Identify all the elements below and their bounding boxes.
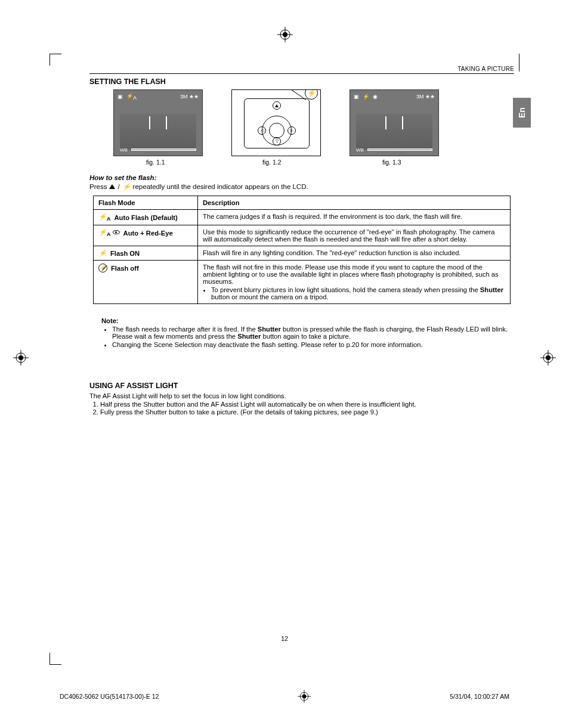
note-item: The flash needs to recharge after it is … (112, 326, 510, 340)
flash-auto-redeye-icon: ⚡A (98, 228, 120, 237)
left-button-icon: ◁ (258, 126, 266, 135)
press-suffix-text: repeatedly until the desired indicator a… (133, 183, 308, 190)
mode-description-bullet: To prevent blurry pictures in low light … (211, 286, 505, 301)
mode-description: The flash will not fire in this mode. Pl… (198, 261, 511, 304)
exposure-bar (131, 148, 196, 151)
flash-auto-icon: ⚡A (126, 93, 137, 101)
lcd-preview-thumbnail: ▣ ⚡ ◉ 3M ★★ WB (350, 89, 439, 156)
note-label: Note: (101, 317, 510, 324)
focus-frame-icon (385, 116, 403, 129)
crop-mark-top-left (50, 54, 61, 66)
registration-mark-left (13, 350, 29, 365)
table-header-desc: Description (198, 196, 511, 210)
print-footer: DC4062-5062 UG(514173-00)-E 12 5/31/04, … (60, 689, 509, 704)
wb-label: WB (356, 147, 364, 153)
figure-caption: fig. 1.1 (113, 159, 203, 166)
press-instruction: Press / ⚡ repeatedly until the desired i… (89, 182, 514, 191)
mode-name: Auto + Red-Eye (123, 230, 173, 237)
section-title-af: USING AF ASSIST LIGHT (89, 382, 514, 390)
flash-on-icon: ⚡ (363, 94, 369, 100)
language-tab: En (513, 98, 531, 128)
camera-back-diagram: ⚡ ◁ ▷ ▽ (231, 89, 321, 156)
table-row: ⚡ Flash ON Flash will fire in any lighti… (94, 246, 511, 261)
down-button-icon: ▽ (273, 137, 281, 145)
af-steps-list: Half press the Shutter button and the AF… (89, 401, 514, 416)
mode-description: The camera judges if a flash is required… (198, 210, 511, 225)
focus-frame-icon (149, 116, 167, 129)
list-item: Half press the Shutter button and the AF… (100, 401, 514, 408)
mode-name: Auto Flash (Default) (115, 214, 178, 221)
quality-indicator: 3M ★★ (416, 94, 435, 100)
figure-caption: fig. 1.2 (231, 159, 321, 166)
list-item: Fully press the Shutter button to take a… (100, 408, 514, 416)
page-number: 12 (0, 635, 569, 642)
page-content: TAKING A PICTURE SETTING THE FLASH En ▣ … (89, 66, 514, 416)
wb-label: WB (120, 147, 128, 153)
figure-1-2: ⚡ ◁ ▷ ▽ fig. 1.2 (231, 89, 321, 166)
separator-text: / (117, 183, 119, 190)
table-row: ⚡A Auto + Red-Eye Use this mode to signi… (94, 225, 511, 246)
right-button-icon: ▷ (287, 126, 296, 135)
howto-heading: How to set the flash: (89, 174, 514, 181)
up-button-icon (273, 101, 281, 110)
table-header-mode: Flash Mode (94, 196, 198, 210)
figure-1-1: ▣ ⚡A 3M ★★ WB fig. 1.1 (113, 89, 203, 166)
figure-caption: fig. 1.3 (350, 159, 439, 166)
figure-row: ▣ ⚡A 3M ★★ WB fig. 1.1 ⚡ (113, 89, 514, 166)
eye-icon (113, 230, 120, 234)
ok-button-icon (269, 123, 284, 138)
flash-off-icon: ⚡̸ (98, 264, 107, 272)
note-item: Changing the Scene Selection may deactiv… (112, 341, 510, 348)
mode-description: Use this mode to significantly reduce th… (198, 225, 511, 246)
section-title-flash: SETTING THE FLASH (89, 78, 514, 86)
crop-mark-top-right (519, 54, 519, 72)
af-intro-text: The AF Assist Light will help to set the… (89, 392, 514, 399)
registration-mark-top (277, 27, 293, 42)
registration-mark-bottom (296, 689, 312, 704)
quality-indicator: 3M ★★ (180, 94, 199, 100)
redeye-icon: ◉ (373, 94, 378, 100)
press-prefix-text: Press (89, 183, 107, 190)
footer-right-text: 5/31/04, 10:00:27 AM (450, 693, 509, 700)
crop-mark-bottom-left (50, 653, 61, 665)
mode-name: Flash ON (110, 250, 140, 257)
lcd-preview-thumbnail: ▣ ⚡A 3M ★★ WB (113, 89, 203, 156)
figure-1-3: ▣ ⚡ ◉ 3M ★★ WB fig. 1.3 (350, 89, 439, 166)
flash-on-icon: ⚡ (98, 249, 107, 257)
mode-description: Flash will fire in any lighting conditio… (198, 246, 511, 261)
footer-left-text: DC4062-5062 UG(514173-00)-E 12 (60, 693, 159, 700)
exposure-bar (367, 148, 432, 151)
af-assist-section: USING AF ASSIST LIGHT The AF Assist Ligh… (89, 382, 514, 416)
flash-icon: ⚡ (122, 182, 131, 191)
flash-mode-table: Flash Mode Description ⚡A Auto Flash (De… (93, 196, 511, 304)
registration-mark-right (540, 350, 556, 365)
flash-auto-icon: ⚡A (98, 213, 111, 222)
note-block: Note: The flash needs to recharge after … (101, 317, 510, 348)
table-row: ⚡̸ Flash off The flash will not fire in … (94, 261, 511, 304)
camera-icon: ▣ (117, 94, 123, 100)
running-head: TAKING A PICTURE (89, 66, 514, 74)
up-triangle-icon (109, 184, 115, 189)
table-row: ⚡A Auto Flash (Default) The camera judge… (94, 210, 511, 225)
mode-name: Flash off (111, 265, 139, 272)
camera-icon: ▣ (354, 94, 359, 100)
